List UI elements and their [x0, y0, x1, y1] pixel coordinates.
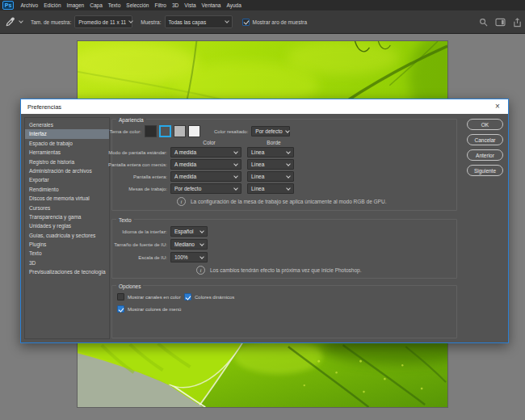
theme-swatch-medium-selected[interactable]: [159, 125, 171, 137]
chevron-down-icon: [233, 186, 238, 191]
fullscreen-border-dropdown[interactable]: Línea: [247, 171, 294, 182]
sidebar-item-texto[interactable]: Texto: [25, 249, 109, 258]
menu-ventana[interactable]: Ventana: [199, 0, 224, 10]
dialog-title: Preferencias: [27, 103, 61, 111]
search-icon[interactable]: [479, 18, 488, 27]
checkbox[interactable]: [242, 19, 250, 26]
previous-button[interactable]: Anterior: [467, 149, 503, 161]
theme-swatch-dark[interactable]: [145, 125, 157, 137]
menu-seleccion[interactable]: Selección: [124, 0, 152, 10]
fullscreen-label: Pantalla entera:: [112, 174, 170, 179]
ui-language-label: Idioma de la interfaz:: [112, 229, 170, 234]
preferences-category-list: Generales Interfaz Espacio de trabajo He…: [24, 117, 110, 339]
sample-size-value: Promedio de 11 x 11: [78, 19, 126, 25]
dialog-body: Generales Interfaz Espacio de trabajo He…: [21, 114, 508, 342]
chevron-down-icon: [286, 149, 291, 154]
sidebar-item-plugins[interactable]: Plugins: [25, 240, 109, 249]
show-channels-in-color-label: Mostrar canales en color: [128, 295, 184, 300]
ui-scale-label: Escala de IU:: [112, 255, 170, 260]
options-group: Opciones Mostrar canales en color Colore…: [111, 285, 457, 338]
sidebar-item-unidades-y-reglas[interactable]: Unidades y reglas: [25, 221, 109, 230]
show-menu-colors-checkbox[interactable]: [117, 305, 124, 313]
sidebar-item-espacio-de-trabajo[interactable]: Espacio de trabajo: [25, 139, 109, 148]
sidebar-item-generales[interactable]: Generales: [25, 120, 109, 129]
close-icon[interactable]: ×: [492, 100, 503, 113]
artboards-color-dropdown[interactable]: Por defecto: [170, 183, 242, 194]
tool-preset-chevron-icon: [19, 19, 23, 23]
sidebar-item-previsualizaciones-de-tecnologia[interactable]: Previsualizaciones de tecnología: [25, 267, 109, 276]
cancel-button[interactable]: Cancelar: [467, 134, 503, 145]
menu-edicion[interactable]: Edición: [41, 0, 64, 10]
sidebar-item-transparencia-y-gama[interactable]: Transparencia y gama: [25, 212, 109, 221]
show-menu-colors-label: Mostrar colores de menú: [128, 307, 181, 312]
menu-vista[interactable]: Vista: [182, 0, 199, 10]
sample-label: Muestra:: [141, 19, 161, 25]
artboards-border-dropdown[interactable]: Línea: [247, 183, 294, 194]
menu-bar: Ps Archivo Edición Imagen Capa Texto Sel…: [0, 0, 525, 10]
sidebar-item-interfaz[interactable]: Interfaz: [25, 129, 109, 138]
sidebar-item-herramientas[interactable]: Herramientas: [25, 148, 109, 157]
menu-capa[interactable]: Capa: [87, 0, 106, 10]
info-icon: i: [196, 266, 205, 275]
photoshop-window: Ps Archivo Edición Imagen Capa Texto Sel…: [0, 0, 525, 420]
chevron-down-icon: [233, 149, 238, 154]
sample-size-dropdown[interactable]: Promedio de 11 x 11: [74, 15, 132, 28]
dialog-titlebar[interactable]: Preferencias ×: [21, 99, 508, 114]
check-icon: [119, 306, 124, 312]
sidebar-item-exportar[interactable]: Exportar: [25, 175, 109, 184]
screen-mode-standard-color-dropdown[interactable]: A medida: [170, 147, 242, 158]
chevron-down-icon: [233, 162, 238, 166]
share-icon[interactable]: [513, 18, 522, 27]
sidebar-item-administracion-de-archivos[interactable]: Administración de archivos: [25, 166, 109, 175]
chevron-down-icon: [233, 174, 238, 178]
menu-imagen[interactable]: Imagen: [64, 0, 87, 10]
sample-dropdown[interactable]: Todas las capas: [165, 15, 233, 28]
theme-swatch-white[interactable]: [188, 125, 200, 137]
chevron-down-icon: [128, 19, 133, 23]
sidebar-item-discos-de-memoria-virtual[interactable]: Discos de memoria virtual: [25, 194, 109, 203]
fullscreen-color-dropdown[interactable]: A medida: [170, 171, 242, 182]
menu-archivo[interactable]: Archivo: [18, 0, 41, 10]
eyedropper-tool-button[interactable]: [5, 16, 23, 27]
chevron-down-icon: [200, 229, 204, 233]
ui-scale-dropdown[interactable]: 100%: [170, 252, 208, 262]
sidebar-item-cursores[interactable]: Cursores: [25, 204, 109, 212]
sidebar-item-guias-cuadricula-y-sectores[interactable]: Guías, cuadrícula y sectores: [25, 231, 109, 240]
fullscreen-menus-color-dropdown[interactable]: A medida: [170, 159, 242, 170]
ok-button[interactable]: OK: [467, 119, 503, 130]
menu-3d[interactable]: 3D: [169, 0, 181, 10]
chevron-down-icon: [286, 174, 291, 178]
workspace-switcher-icon[interactable]: [495, 18, 506, 27]
photoshop-logo-icon: Ps: [2, 1, 14, 10]
chevron-down-icon: [200, 242, 204, 246]
fullscreen-menus-label: Pantalla entera con menús:: [112, 162, 170, 167]
ui-language-dropdown[interactable]: Español: [170, 226, 208, 237]
preferences-dialog: Preferencias × Generales Interfaz Espaci…: [20, 99, 509, 343]
artboard-info-text: La configuración de la mesa de trabajo s…: [191, 199, 386, 204]
dynamic-colors-checkbox[interactable]: [184, 293, 191, 300]
menu-texto[interactable]: Texto: [105, 0, 124, 10]
column-header-color: Color: [174, 140, 245, 145]
options-bar-right-icons: [479, 10, 522, 34]
ui-font-size-dropdown[interactable]: Mediano: [170, 239, 208, 250]
sidebar-item-rendimiento[interactable]: Rendimiento: [25, 185, 109, 194]
menu-ayuda[interactable]: Ayuda: [224, 0, 244, 10]
show-sampling-ring-label: Mostrar aro de muestra: [253, 19, 308, 25]
chevron-down-icon: [286, 186, 291, 191]
highlight-color-label: Color resaltado:: [214, 129, 248, 134]
sidebar-item-3d[interactable]: 3D: [25, 258, 109, 267]
chevron-down-icon: [285, 128, 290, 133]
restart-info-text: Los cambios tendrán efecto la próxima ve…: [210, 267, 362, 273]
check-icon: [186, 294, 191, 300]
sample-value: Todas las capas: [169, 19, 207, 25]
menu-filtro[interactable]: Filtro: [152, 0, 169, 10]
highlight-color-dropdown[interactable]: Por defecto: [251, 126, 290, 136]
fullscreen-menus-border-dropdown[interactable]: Línea: [247, 159, 294, 170]
theme-swatch-light[interactable]: [174, 125, 186, 137]
sidebar-item-registro-de-historia[interactable]: Registro de historia: [25, 158, 109, 166]
screen-mode-standard-border-dropdown[interactable]: Línea: [247, 147, 294, 158]
appearance-group: Apariencia Tema de color: Color resaltad…: [111, 119, 457, 211]
show-channels-in-color-checkbox[interactable]: [117, 293, 124, 300]
next-button[interactable]: Siguiente: [467, 165, 503, 176]
show-sampling-ring-checkbox[interactable]: Mostrar aro de muestra: [242, 19, 308, 26]
